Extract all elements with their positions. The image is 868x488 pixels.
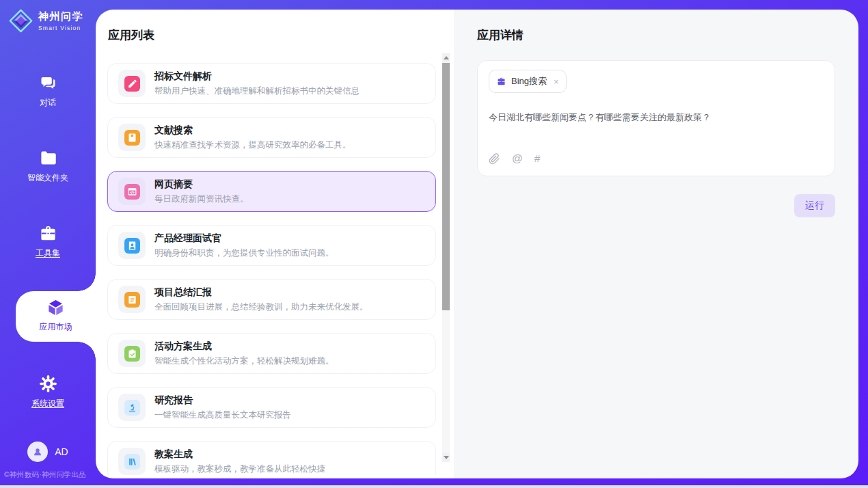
paperclip-icon [489,153,500,165]
gear-icon [39,375,57,393]
sidebar-item-label: 应用市场 [40,321,72,333]
app-detail-title: 应用详情 [477,27,835,43]
app-card-title: 研究报告 [154,394,291,407]
app-card-title: 活动方案生成 [154,340,334,353]
at-icon: @ [512,152,523,165]
book-icon [127,133,137,143]
sidebar-item-label: 系统设置 [31,398,64,409]
sidebar-item-label: 智能文件夹 [27,172,68,184]
tag-close-icon[interactable]: × [554,77,559,86]
hash-icon: # [534,152,541,165]
scroll-down-icon[interactable] [442,453,450,462]
scroll-up-icon[interactable] [442,53,450,62]
app-card-literature-search[interactable]: 文献搜索 快速精准查找学术资源，提高研究效率的必备工具。 [107,117,436,158]
app-card-desc: 全面回顾项目进展，总结经验教训，助力未来优化发展。 [154,301,368,313]
app-card-desc: 一键智能生成高质量长文本研究报告 [154,409,291,421]
sidebar: 神州问学 Smart Vision 对话 智能文件夹 工具集 应用市场 系统设置… [0,0,96,488]
brand-logo-diamond-icon [8,8,33,33]
app-card-bid-parse[interactable]: 招标文件解析 帮助用户快速、准确地理解和解析招标书中的关键信息 [107,63,436,104]
app-card-title: 项目总结汇报 [154,286,368,299]
cube-icon [46,298,65,316]
app-detail-panel: 应用详情 Bing搜索 × 今日湖北有哪些新闻要点？有哪些需要关注的最新政策？ … [454,10,858,478]
sidebar-item-market[interactable]: 应用市场 [16,291,96,342]
sidebar-item-label: 工具集 [36,247,60,259]
tool-tag-label: Bing搜索 [511,75,547,87]
sidebar-footer: ©神州数码·神州问学出品 [0,470,107,480]
avatar[interactable] [27,442,48,462]
app-list-panel: 应用列表 招标文件解析 帮助用户快速、准确地理解和解析招标书中的关键信息 文献搜… [96,10,454,478]
app-list-title: 应用列表 [108,27,154,43]
query-input[interactable]: 今日湖北有哪些新闻要点？有哪些需要关注的最新政策？ [489,111,824,124]
user-row[interactable]: AD [0,442,96,462]
app-card-research-report[interactable]: 研究报告 一键智能生成高质量长文本研究报告 [107,387,436,428]
hashtag-button[interactable]: # [534,152,541,165]
app-card-web-digest[interactable]: 网页摘要 每日政府新闻资讯快查。 [107,171,436,212]
brand-name: 神州问学 [38,10,83,23]
microscope-icon [127,403,137,413]
folder-icon [39,149,57,167]
sidebar-nav: 对话 智能文件夹 工具集 应用市场 系统设置 [0,66,96,442]
tool-tag-bing-search[interactable]: Bing搜索 × [489,70,567,93]
user-name: AD [55,446,68,457]
run-button[interactable]: 运行 [794,194,835,217]
app-card-title: 招标文件解析 [154,70,360,83]
app-card-project-summary[interactable]: 项目总结汇报 全面回顾项目进展，总结经验教训，助力未来优化发展。 [107,279,436,320]
browser-icon [127,187,137,197]
sidebar-item-folders[interactable]: 智能文件夹 [0,141,96,216]
app-card-pm-interviewer[interactable]: 产品经理面试官 明确身份和职责，为您提供专业性的面试问题。 [107,225,436,266]
app-card-title: 文献搜索 [154,124,351,137]
bottom-strip [0,485,868,488]
notepad-icon [127,295,137,305]
app-list: 招标文件解析 帮助用户快速、准确地理解和解析招标书中的关键信息 文献搜索 快速精… [107,63,436,476]
app-card-desc: 快速精准查找学术资源，提高研究效率的必备工具。 [154,139,351,151]
query-card[interactable]: Bing搜索 × 今日湖北有哪些新闻要点？有哪些需要关注的最新政策？ @ # [477,60,835,176]
attach-button[interactable] [489,153,500,165]
app-card-title: 网页摘要 [154,178,249,191]
app-card-lesson-plan[interactable]: 教案生成 模板驱动，教案秒成，教学准备从此轻松快捷 [107,441,436,476]
app-card-title: 教案生成 [154,448,325,461]
input-toolbar: @ # [489,152,824,165]
edit-icon [127,79,137,89]
app-card-title: 产品经理面试官 [154,232,334,245]
app-card-event-plan[interactable]: 活动方案生成 智能生成个性化活动方案，轻松解决规划难题。 [107,333,436,374]
user-icon [32,446,43,457]
sidebar-item-settings[interactable]: 系统设置 [0,366,96,442]
person-doc-icon [127,241,137,251]
toolbox-icon [39,224,57,243]
app-card-desc: 每日政府新闻资讯快查。 [154,193,249,205]
app-card-desc: 模板驱动，教案秒成，教学准备从此轻松快捷 [154,463,325,475]
briefcase-icon [496,77,506,87]
brand-subtitle: Smart Vision [38,25,83,31]
chat-icon [39,74,57,92]
sidebar-item-chat[interactable]: 对话 [0,66,96,141]
app-card-desc: 帮助用户快速、准确地理解和解析招标书中的关键信息 [154,85,360,97]
books-icon [127,457,137,467]
clipboard-icon [127,349,137,359]
scrollbar[interactable] [442,53,450,462]
sidebar-item-label: 对话 [40,97,56,109]
mention-button[interactable]: @ [512,152,523,165]
run-row: 运行 [477,194,835,217]
scrollbar-thumb[interactable] [442,63,450,310]
app-card-desc: 明确身份和职责，为您提供专业性的面试问题。 [154,247,334,259]
brand: 神州问学 Smart Vision [8,8,83,33]
app-card-desc: 智能生成个性化活动方案，轻松解决规划难题。 [154,355,334,367]
